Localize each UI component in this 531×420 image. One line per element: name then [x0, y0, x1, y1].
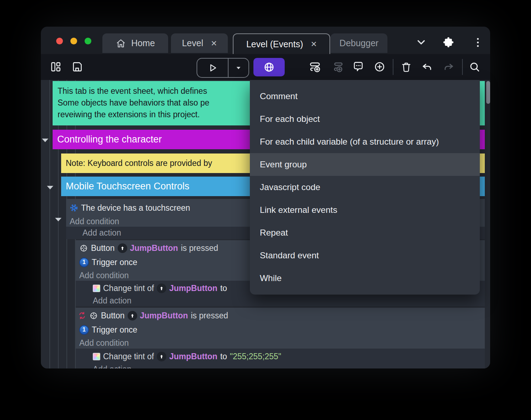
- layout-icon: [50, 61, 61, 72]
- invert-condition-icon: [78, 311, 86, 320]
- toolbar-separator: [462, 59, 463, 75]
- menu-item-event-group[interactable]: Event group: [250, 153, 480, 176]
- menu-item-while[interactable]: While: [250, 267, 480, 290]
- add-event-menu-button[interactable]: [253, 58, 285, 76]
- object-thumbnail: [128, 311, 137, 321]
- close-tab-icon[interactable]: ×: [311, 39, 317, 49]
- title-bar: Home Level × Level (Events) × Debugger: [41, 27, 490, 54]
- redo-button[interactable]: [443, 61, 455, 73]
- event-actions[interactable]: Change tint of JumpButton to "255;255;25…: [76, 349, 485, 368]
- action-row-change-tint[interactable]: Change tint of JumpButton to "255;255;25…: [76, 349, 485, 364]
- object-name: JumpButton: [140, 311, 188, 321]
- up-arrow-icon: [120, 246, 125, 251]
- tint-color-icon: [93, 285, 100, 292]
- maximize-window-button[interactable]: [85, 38, 91, 44]
- puzzle-icon: [443, 36, 455, 48]
- tab-label: Home: [131, 38, 155, 48]
- add-action-button[interactable]: Add action: [76, 364, 485, 368]
- preview-split-button: [197, 58, 249, 78]
- menu-item-standard-event[interactable]: Standard event: [250, 244, 480, 267]
- menu-item-for-each-object[interactable]: For each object: [250, 108, 480, 130]
- chevron-down-icon: [415, 36, 427, 48]
- add-subevent-button[interactable]: [332, 61, 344, 73]
- add-subevent-icon: [332, 61, 344, 73]
- add-event-button[interactable]: [309, 61, 321, 73]
- object-thumbnail: [157, 284, 166, 293]
- menu-item-comment[interactable]: Comment: [250, 85, 480, 108]
- close-tab-icon[interactable]: ×: [211, 38, 217, 48]
- up-arrow-icon: [159, 354, 164, 359]
- add-event-dropdown-menu: Comment For each object For each child v…: [250, 80, 480, 295]
- save-icon: [72, 61, 83, 72]
- delete-button[interactable]: [401, 61, 412, 72]
- play-preview-button[interactable]: [197, 59, 228, 77]
- toolbar-separator: [393, 59, 393, 75]
- window-menu-button[interactable]: [470, 34, 486, 50]
- tab-level[interactable]: Level ×: [171, 33, 228, 53]
- gamepad-button-icon: [79, 244, 88, 253]
- tab-label: Level (Events): [246, 39, 303, 49]
- tab-label: Level: [182, 38, 203, 48]
- note-text: Note: Keyboard controls are provided by: [66, 158, 212, 168]
- undo-button[interactable]: [422, 61, 433, 73]
- condition-row-trigger-once[interactable]: 1 Trigger once: [76, 323, 485, 337]
- tab-list-dropdown-button[interactable]: [413, 34, 429, 50]
- plus-circle-icon: [374, 61, 386, 73]
- add-comment-button[interactable]: [353, 61, 364, 73]
- trigger-once-icon: 1: [79, 258, 89, 267]
- group-title: Mobile Touchscreen Controls: [66, 181, 189, 192]
- dropdown-arrow-icon: [235, 64, 242, 72]
- up-arrow-icon: [159, 286, 164, 291]
- close-window-button[interactable]: [56, 38, 63, 44]
- toggle-panels-button[interactable]: [50, 61, 61, 72]
- tab-home[interactable]: Home: [102, 33, 168, 53]
- gear-icon: [70, 204, 78, 212]
- indent-guide: [49, 80, 50, 368]
- tab-level-events[interactable]: Level (Events) ×: [233, 33, 330, 54]
- tab-label: Debugger: [339, 38, 379, 48]
- object-name: JumpButton: [169, 284, 217, 293]
- up-arrow-icon: [130, 313, 135, 318]
- event-conditions[interactable]: Button JumpButton is pressed 1 Trigger o…: [76, 308, 485, 349]
- add-button[interactable]: [374, 61, 386, 73]
- menu-item-for-each-child-variable[interactable]: For each child variable (of a structure …: [250, 130, 480, 153]
- preview-options-button[interactable]: [228, 59, 248, 77]
- trash-icon: [401, 61, 412, 72]
- condition-row-button-pressed-inverted[interactable]: Button JumpButton is pressed: [76, 308, 485, 323]
- home-icon: [116, 38, 126, 49]
- condition-text: The device has a touchscreen: [81, 203, 190, 213]
- search-icon: [469, 61, 481, 73]
- globe-icon: [263, 61, 275, 73]
- collapse-subevents-icon[interactable]: [55, 218, 61, 221]
- object-name: JumpButton: [169, 352, 217, 361]
- object-type: Button: [101, 311, 125, 321]
- object-name: JumpButton: [130, 243, 178, 253]
- play-icon: [207, 63, 218, 73]
- add-event-icon: [309, 61, 321, 73]
- undo-icon: [422, 61, 433, 73]
- app-window: Home Level × Level (Events) × Debugger: [41, 27, 490, 368]
- tint-value: "255;255;255": [230, 352, 281, 361]
- condition-suffix: is pressed: [191, 311, 228, 321]
- minimize-window-button[interactable]: [70, 38, 77, 44]
- save-button[interactable]: [72, 61, 83, 72]
- tint-color-icon: [93, 353, 100, 360]
- redo-icon: [443, 61, 455, 73]
- menu-item-link-external-events[interactable]: Link external events: [250, 199, 480, 221]
- menu-item-repeat[interactable]: Repeat: [250, 221, 480, 244]
- menu-item-javascript-code[interactable]: Javascript code: [250, 176, 480, 199]
- object-thumbnail: [157, 352, 166, 361]
- collapse-group-icon[interactable]: [42, 139, 48, 142]
- vertical-scrollbar-thumb[interactable]: [486, 81, 490, 104]
- extensions-button[interactable]: [441, 34, 457, 50]
- tab-debugger[interactable]: Debugger: [331, 33, 387, 53]
- desktop-background: Home Level × Level (Events) × Debugger: [0, 0, 531, 420]
- search-button[interactable]: [469, 61, 481, 73]
- group-title: Controlling the character: [57, 134, 162, 145]
- collapse-group-icon[interactable]: [47, 186, 53, 189]
- add-condition-button[interactable]: Add condition: [76, 337, 485, 349]
- add-action-button[interactable]: Add action: [76, 295, 485, 306]
- object-thumbnail: [118, 243, 127, 253]
- comment-icon: [353, 61, 364, 73]
- condition-suffix: is pressed: [181, 243, 218, 253]
